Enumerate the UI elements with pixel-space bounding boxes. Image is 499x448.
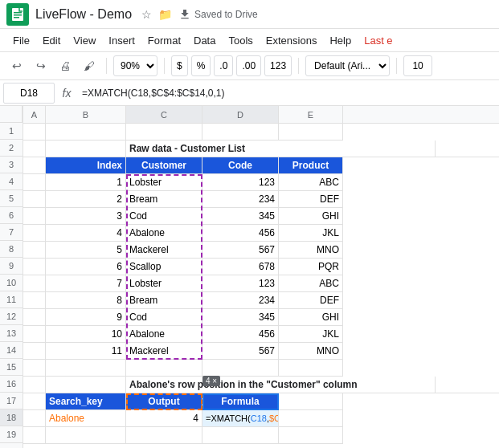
cell-d2[interactable] <box>359 141 436 157</box>
cell-d1[interactable] <box>202 124 279 141</box>
menu-insert[interactable]: Insert <box>102 33 141 48</box>
cell-c15[interactable] <box>126 360 202 377</box>
cell-d10[interactable]: 123 <box>202 275 279 292</box>
menu-help[interactable]: Help <box>323 33 358 48</box>
cell-b4[interactable]: 1 <box>46 174 126 191</box>
cell-e14[interactable]: MNO <box>279 343 343 360</box>
cell-a12[interactable] <box>23 309 46 326</box>
cell-c4[interactable]: Lobster <box>126 174 202 191</box>
cell-b1[interactable] <box>46 124 126 141</box>
cell-c13[interactable]: Abalone <box>126 326 202 343</box>
currency-button[interactable]: $ <box>171 55 188 76</box>
formula-input[interactable] <box>79 83 496 104</box>
cell-c1[interactable] <box>126 124 202 141</box>
row-9[interactable]: 9 <box>0 258 22 275</box>
col-e-header[interactable]: E <box>279 106 343 123</box>
cell-d19[interactable] <box>202 427 279 444</box>
font-selector[interactable]: Default (Ari... <box>305 55 390 76</box>
col-b-header[interactable]: B <box>46 106 126 123</box>
cell-e2[interactable] <box>436 141 499 157</box>
cell-b14[interactable]: 11 <box>46 343 126 360</box>
menu-tools[interactable]: Tools <box>222 33 259 48</box>
cell-e12[interactable]: GHI <box>279 309 343 326</box>
cell-c12[interactable]: Cod <box>126 309 202 326</box>
cell-d4[interactable]: 123 <box>202 174 279 191</box>
row-11[interactable]: 11 <box>0 291 22 308</box>
cell-c19[interactable] <box>126 427 202 444</box>
row-1[interactable]: 1 <box>0 123 22 140</box>
cell-b15[interactable] <box>46 360 126 377</box>
row-17[interactable]: 17 <box>0 393 22 409</box>
cell-a11[interactable] <box>23 292 46 309</box>
row-4[interactable]: 4 <box>0 173 22 190</box>
cell-b16[interactable] <box>46 377 126 393</box>
print-button[interactable]: 🖨 <box>55 55 76 76</box>
number-format-button[interactable]: 123 <box>264 55 292 76</box>
cell-e17[interactable] <box>279 393 343 410</box>
cell-c2[interactable]: Raw data - Customer List <box>126 141 359 157</box>
row-19[interactable]: 19 <box>0 426 22 443</box>
cell-c9[interactable]: Scallop <box>126 259 202 275</box>
cell-b11[interactable]: 8 <box>46 292 126 309</box>
row-2[interactable]: 2 <box>0 140 22 157</box>
decimal-decrease-button[interactable]: .0 <box>214 55 233 76</box>
cell-e19[interactable] <box>279 427 343 444</box>
cell-a19[interactable] <box>23 427 46 444</box>
row-12[interactable]: 12 <box>0 308 22 325</box>
decimal-increase-button[interactable]: .00 <box>236 55 261 76</box>
cell-c17[interactable]: Output <box>126 393 202 410</box>
cell-a7[interactable] <box>23 225 46 242</box>
cell-e6[interactable]: GHI <box>279 208 343 225</box>
cell-c6[interactable]: Cod <box>126 208 202 225</box>
row-15[interactable]: 15 <box>0 359 22 376</box>
cell-b10[interactable]: 7 <box>46 275 126 292</box>
cell-a9[interactable] <box>23 259 46 275</box>
cell-b12[interactable]: 9 <box>46 309 126 326</box>
row-8[interactable]: 8 <box>0 241 22 258</box>
cell-a18[interactable] <box>23 410 46 427</box>
cell-c10[interactable]: Lobster <box>126 275 202 292</box>
cell-c8[interactable]: Mackerel <box>126 242 202 259</box>
cell-d8[interactable]: 567 <box>202 242 279 259</box>
cell-e13[interactable]: JKL <box>279 326 343 343</box>
menu-data[interactable]: Data <box>187 33 222 48</box>
menu-last[interactable]: Last e <box>358 33 399 48</box>
cell-c14[interactable]: Mackerel <box>126 343 202 360</box>
cell-d3[interactable]: Code <box>202 157 279 174</box>
cell-d14[interactable]: 567 <box>202 343 279 360</box>
menu-view[interactable]: View <box>67 33 102 48</box>
cell-e9[interactable]: PQR <box>279 259 343 275</box>
cell-b13[interactable]: 10 <box>46 326 126 343</box>
cell-d7[interactable]: 456 <box>202 225 279 242</box>
row-16[interactable]: 16 <box>0 376 22 393</box>
cell-d5[interactable]: 234 <box>202 191 279 208</box>
cell-e18[interactable] <box>279 410 343 427</box>
cell-e16[interactable] <box>436 377 499 393</box>
menu-file[interactable]: File <box>6 33 36 48</box>
redo-button[interactable]: ↪ <box>31 55 51 76</box>
cell-e1[interactable] <box>279 124 343 141</box>
cell-reference-input[interactable] <box>3 83 55 104</box>
cell-b19[interactable] <box>46 427 126 444</box>
cell-d9[interactable]: 678 <box>202 259 279 275</box>
cell-e5[interactable]: DEF <box>279 191 343 208</box>
cell-c7[interactable]: Abalone <box>126 225 202 242</box>
row-5[interactable]: 5 <box>0 190 22 207</box>
cell-b3[interactable]: Index <box>46 157 126 174</box>
row-6[interactable]: 6 <box>0 207 22 224</box>
cell-d17[interactable]: Formula <box>202 393 279 410</box>
cell-d12[interactable]: 345 <box>202 309 279 326</box>
cell-e4[interactable]: ABC <box>279 174 343 191</box>
zoom-select[interactable]: 90% <box>113 55 157 76</box>
paint-format-button[interactable]: 🖌 <box>79 55 100 76</box>
cell-a2[interactable] <box>23 141 46 157</box>
cell-a6[interactable] <box>23 208 46 225</box>
cell-e10[interactable]: ABC <box>279 275 343 292</box>
row-10[interactable]: 10 <box>0 275 22 291</box>
cell-a5[interactable] <box>23 191 46 208</box>
row-14[interactable]: 14 <box>0 342 22 359</box>
cell-a3[interactable] <box>23 157 46 174</box>
cell-c5[interactable]: Bream <box>126 191 202 208</box>
cell-a14[interactable] <box>23 343 46 360</box>
cell-c16[interactable]: Abalone's row position in the "Customer"… <box>126 377 359 393</box>
